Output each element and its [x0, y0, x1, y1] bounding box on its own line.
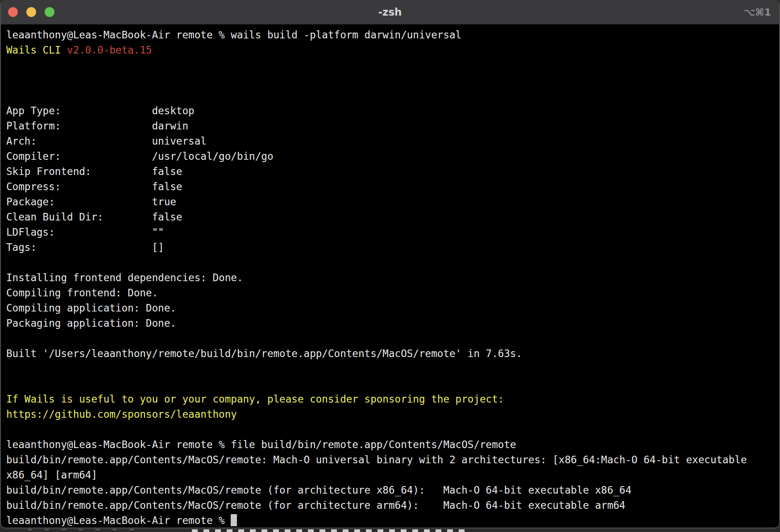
- close-button[interactable]: [8, 7, 18, 17]
- terminal-text-segment: Compiler: /usr/local/go/bin/go: [6, 150, 274, 162]
- terminal-text-segment: Wails CLI: [6, 44, 67, 56]
- terminal-line: Compiling frontend: Done.: [6, 285, 774, 300]
- terminal-line: leaanthony@Leas-MacBook-Air remote % wai…: [6, 27, 774, 42]
- terminal-text-segment: build/bin/remote.app/Contents/MacOS/remo…: [6, 454, 747, 466]
- terminal-line: Arch: universal: [6, 133, 774, 149]
- terminal-text-segment: v2.0.0-beta.15: [67, 44, 152, 56]
- terminal-text-segment: leaanthony@Leas-MacBook-Air remote %: [6, 515, 231, 526]
- terminal-line: App Type: desktop: [6, 103, 774, 118]
- terminal-line: leaanthony@Leas-MacBook-Air remote % fil…: [6, 437, 774, 452]
- terminal-line: build/bin/remote.app/Contents/MacOS/remo…: [6, 482, 774, 498]
- terminal-text-segment: x86_64] [arm64]: [6, 469, 97, 481]
- terminal-line: build/bin/remote.app/Contents/MacOS/remo…: [6, 498, 774, 513]
- terminal-text-segment: App Type: desktop: [6, 105, 195, 116]
- terminal-text-segment: Platform: darwin: [6, 120, 188, 132]
- terminal-text-segment: Clean Build Dir: false: [6, 211, 182, 223]
- terminal-line: Compiler: /usr/local/go/bin/go: [6, 149, 774, 164]
- terminal-line: Built '/Users/leaanthony/remote/build/bi…: [6, 346, 774, 361]
- terminal-line: Compiling application: Done.: [6, 300, 774, 316]
- terminal-text-segment: Compiling frontend: Done.: [6, 287, 158, 299]
- titlebar[interactable]: -zsh ⌥⌘1: [1, 0, 779, 25]
- clipped-text-fragment: [192, 529, 469, 532]
- clipped-text-fragment-faint: [28, 529, 139, 530]
- zoom-button[interactable]: [45, 7, 54, 17]
- terminal-line: Compress: false: [6, 179, 774, 194]
- terminal-line: Wails CLI v2.0.0-beta.15: [6, 42, 774, 58]
- terminal-line: [6, 331, 774, 346]
- window-title: -zsh: [1, 0, 779, 24]
- terminal-window: -zsh ⌥⌘1 leaanthony@Leas-MacBook-Air rem…: [0, 0, 780, 528]
- terminal-text-segment: If Wails is useful to you or your compan…: [6, 393, 504, 405]
- terminal-line: [6, 255, 774, 270]
- minimize-button[interactable]: [26, 7, 36, 17]
- terminal-text-segment: leaanthony@Leas-MacBook-Air remote % fil…: [6, 439, 516, 450]
- terminal-line: [6, 88, 774, 103]
- terminal-text-segment: Installing frontend dependencies: Done.: [6, 272, 243, 283]
- terminal-line: [6, 58, 774, 73]
- terminal-text-segment: Tags: []: [6, 241, 164, 253]
- terminal-line: [6, 422, 774, 437]
- terminal-text-segment: Skip Frontend: false: [6, 166, 182, 177]
- terminal-line: Package: true: [6, 194, 774, 209]
- terminal-line: LDFlags: "": [6, 224, 774, 240]
- terminal-line: Packaging application: Done.: [6, 316, 774, 331]
- terminal-text-segment: https://github.com/sponsors/leaanthony: [6, 408, 237, 420]
- terminal-text-segment: Arch: universal: [6, 135, 207, 147]
- terminal-line: [6, 73, 774, 88]
- terminal-text-segment: build/bin/remote.app/Contents/MacOS/remo…: [6, 484, 631, 496]
- terminal-text-segment: Compiling application: Done.: [6, 302, 176, 314]
- terminal-text-segment: Packaging application: Done.: [6, 317, 176, 329]
- background-window-sliver: [0, 528, 780, 532]
- terminal-screen[interactable]: leaanthony@Leas-MacBook-Air remote % wai…: [1, 25, 779, 528]
- block-cursor: [231, 514, 237, 526]
- terminal-text-segment: leaanthony@Leas-MacBook-Air remote % wai…: [6, 29, 461, 41]
- terminal-line: Platform: darwin: [6, 118, 774, 133]
- terminal-text-segment: Compress: false: [6, 181, 182, 192]
- terminal-line: build/bin/remote.app/Contents/MacOS/remo…: [6, 452, 774, 467]
- terminal-line: https://github.com/sponsors/leaanthony: [6, 407, 774, 422]
- terminal-line: [6, 361, 774, 376]
- terminal-line: Tags: []: [6, 240, 774, 255]
- terminal-text-segment: Built '/Users/leaanthony/remote/build/bi…: [6, 348, 522, 359]
- window-shortcut-badge: ⌥⌘1: [744, 0, 771, 24]
- traffic-lights: [8, 7, 54, 17]
- terminal-text-segment: build/bin/remote.app/Contents/MacOS/remo…: [6, 499, 625, 511]
- terminal-line: Clean Build Dir: false: [6, 209, 774, 224]
- terminal-line: If Wails is useful to you or your compan…: [6, 391, 774, 407]
- terminal-line: x86_64] [arm64]: [6, 467, 774, 482]
- terminal-line: Skip Frontend: false: [6, 164, 774, 179]
- terminal-text-segment: LDFlags: "": [6, 226, 164, 238]
- terminal-line: Installing frontend dependencies: Done.: [6, 270, 774, 285]
- terminal-line: leaanthony@Leas-MacBook-Air remote %: [6, 513, 774, 528]
- terminal-line: [6, 376, 774, 391]
- terminal-text-segment: Package: true: [6, 196, 176, 208]
